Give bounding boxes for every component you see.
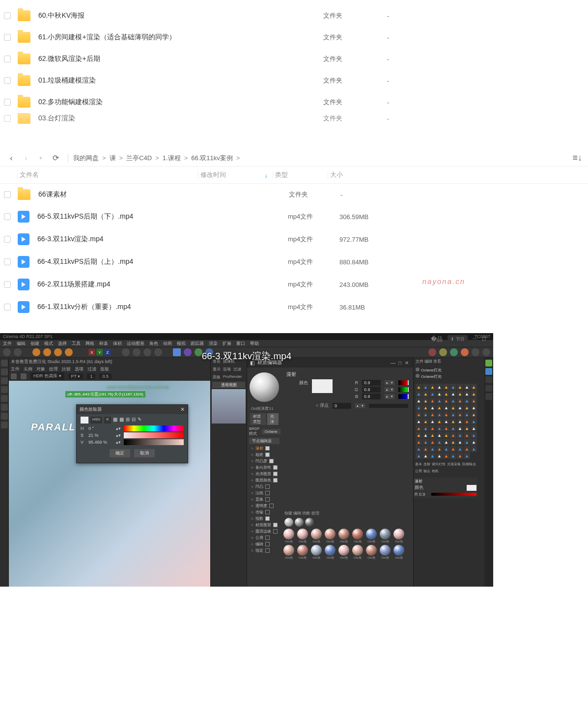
file-row[interactable]: 66-3.双11kv渲染.mp4 mp4文件 972.77MB xyxy=(0,228,588,251)
col-type[interactable]: 类型 xyxy=(273,170,328,179)
tag-icon[interactable]: ▲ xyxy=(443,425,449,431)
checkbox[interactable] xyxy=(4,12,11,19)
tag-icon[interactable]: ▲ xyxy=(416,391,422,397)
col-name[interactable]: 文件名 xyxy=(18,170,198,179)
tag-icon[interactable]: ▲ xyxy=(436,418,443,424)
viewport-settings[interactable]: HDR 色调库 ▾ PT ▾ 1 0.5 xyxy=(9,371,210,381)
tool-icon[interactable] xyxy=(1,422,8,428)
menu-item[interactable]: ProRender xyxy=(223,374,242,380)
tag-icon[interactable]: ▲ xyxy=(422,397,429,404)
tool-icon[interactable] xyxy=(485,393,492,400)
pt-dropdown[interactable]: PT ▾ xyxy=(68,373,84,379)
checkbox[interactable] xyxy=(265,510,270,514)
minimize-icon[interactable]: — xyxy=(390,360,396,366)
tab[interactable]: 相机 xyxy=(432,469,439,474)
b-slider[interactable] xyxy=(398,394,408,399)
tag-icon[interactable]: ▲ xyxy=(464,425,470,431)
grid-icon[interactable]: ▦ xyxy=(119,417,124,424)
menu-item[interactable]: 创建 xyxy=(30,340,39,346)
breadcrumb-link[interactable]: 我的网盘 xyxy=(73,154,99,162)
h-value[interactable]: 0 ° xyxy=(88,426,113,431)
material-ball[interactable]: Oct光 xyxy=(392,545,405,560)
tool-icon[interactable] xyxy=(1,395,8,402)
tag-icon[interactable]: ▲ xyxy=(436,411,443,418)
menu-item[interactable]: 运动图形 xyxy=(127,340,144,346)
tool-icon[interactable] xyxy=(154,348,162,356)
tag-icon[interactable]: ▲ xyxy=(443,418,449,424)
file-name[interactable]: 66-3.双11kv渲染.mp4 xyxy=(37,235,288,244)
menu-item[interactable]: 窗口 xyxy=(236,340,245,346)
tag-icon[interactable]: ▲ xyxy=(450,425,456,431)
file-name[interactable]: 66-1.双11kv分析（重要）.mp4 xyxy=(37,303,288,311)
hdr-dropdown[interactable]: HDR 色调库 ▾ xyxy=(30,372,64,380)
tag-icon[interactable]: ▲ xyxy=(436,397,443,404)
lock-icon[interactable] xyxy=(11,373,17,379)
breadcrumb-path[interactable]: 我的网盘>课>兰亭C4D>1.课程>66.双11kv案例> xyxy=(73,154,243,163)
tag-icon[interactable]: ▲ xyxy=(464,452,470,459)
tag-icon[interactable]: ▲ xyxy=(429,418,436,424)
preview-tab[interactable]: 透视视图 xyxy=(212,382,245,388)
far-right-toolbar[interactable] xyxy=(484,358,493,587)
material-icon[interactable] xyxy=(305,518,314,527)
tag-icon[interactable]: ▲ xyxy=(436,439,443,445)
menu-item[interactable]: 纹理 xyxy=(49,366,58,372)
picker-icon[interactable]: ⊞ xyxy=(126,417,130,424)
tag-icon[interactable]: ▲ xyxy=(416,439,422,445)
tag-icon[interactable]: ▲ xyxy=(450,439,456,445)
tool-icon[interactable] xyxy=(143,348,151,356)
file-row[interactable]: 66-2.双11场景搭建.mp4 mp4文件 243.00MB xyxy=(0,273,588,296)
channel-item[interactable]: ○公用 xyxy=(251,535,278,541)
tag-icon[interactable]: ▲ xyxy=(436,404,443,411)
checkbox[interactable] xyxy=(4,99,11,106)
menu-item[interactable]: 过滤 xyxy=(87,366,96,372)
tag-icon[interactable]: ▲ xyxy=(464,384,470,390)
swatch-icon[interactable] xyxy=(81,417,88,424)
object-manager[interactable]: 文件 编辑 查看 Octane灯光Octane灯光 ▲▲▲▲▲▲▲▲▲▲▲▲▲▲… xyxy=(413,358,484,587)
tag-icon[interactable]: ▲ xyxy=(429,425,436,431)
checkbox[interactable] xyxy=(265,452,270,457)
new-material-icon[interactable] xyxy=(284,518,293,527)
tag-icon[interactable]: ▲ xyxy=(422,425,429,431)
tag-icon[interactable]: ▲ xyxy=(422,418,429,424)
material-ball[interactable]: Oct光 xyxy=(392,529,405,544)
file-name[interactable]: 66-2.双11场景搭建.mp4 xyxy=(37,280,288,289)
tag-icon[interactable]: ▲ xyxy=(416,404,422,411)
menu-item[interactable]: 样条 xyxy=(99,340,108,346)
tool-icon[interactable] xyxy=(1,368,8,375)
menu-item[interactable]: 面板 xyxy=(100,366,109,372)
left-toolbar[interactable] xyxy=(0,358,9,587)
material-ball[interactable]: Oct光 xyxy=(351,545,364,560)
col-size[interactable]: 大小 xyxy=(328,170,377,179)
material-ball[interactable]: Oct光 xyxy=(379,529,392,544)
channel-item[interactable]: ○图层颜色 xyxy=(251,477,278,483)
checkbox[interactable] xyxy=(4,115,11,122)
tool-icon[interactable] xyxy=(184,348,192,356)
tag-icon[interactable]: ▲ xyxy=(450,452,456,459)
r-value[interactable]: 0.9 xyxy=(362,380,381,386)
material-ball[interactable]: Oct光 xyxy=(282,545,295,560)
channel-item[interactable]: ○漫射 xyxy=(251,445,278,452)
tag-icon[interactable]: ▲ xyxy=(416,397,422,404)
hue-slider[interactable] xyxy=(124,425,184,431)
tag-icon[interactable]: ▲ xyxy=(471,439,477,445)
tag-icon[interactable]: ▲ xyxy=(416,411,422,418)
tag-icon[interactable]: ▲ xyxy=(457,397,463,404)
render-icon[interactable] xyxy=(450,348,458,356)
maximize-icon[interactable]: □ xyxy=(396,360,403,366)
menu-item[interactable]: 查看 xyxy=(213,359,221,364)
tab[interactable]: 基本 xyxy=(415,462,422,467)
tag-icon[interactable]: ▲ xyxy=(422,404,429,411)
breadcrumb-link[interactable]: 兰亭C4D xyxy=(126,154,152,162)
tool-icon[interactable] xyxy=(205,348,213,356)
channel-item[interactable]: ○编辑 xyxy=(251,541,278,547)
tag-icon[interactable]: ▲ xyxy=(471,425,477,431)
material-ball[interactable]: Oct光 xyxy=(310,529,323,544)
tag-icon[interactable]: ▲ xyxy=(471,404,477,411)
checkbox[interactable] xyxy=(4,281,11,288)
tag-icon[interactable]: ▲ xyxy=(471,446,477,452)
channel-item[interactable]: ○材质图层 xyxy=(251,522,278,528)
checkbox[interactable] xyxy=(4,236,11,243)
close-icon[interactable]: ✕ xyxy=(180,406,185,413)
tab[interactable]: 背向灯性 xyxy=(432,462,446,467)
tag-icon[interactable]: ▲ xyxy=(457,452,463,459)
